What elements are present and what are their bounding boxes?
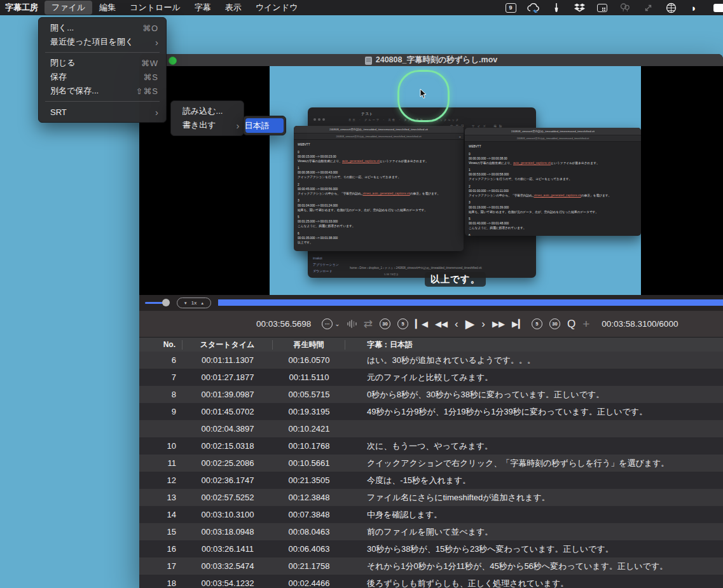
menubar-menus: ファイル編集コントロール字幕表示ウインドウ bbox=[45, 0, 305, 15]
speed-value: 1x bbox=[191, 300, 196, 306]
menu-item-読み込む...[interactable]: 読み込む... bbox=[171, 104, 244, 118]
vtt-cue: 000:00:15.000 --> 00:00:23.00Vimeoの字幕の自動… bbox=[298, 150, 460, 163]
vtt-cue: 100:00:53.000 --> 00:00:58.000クイックアクションを… bbox=[469, 168, 637, 181]
half-circle-icon[interactable]: ◗ bbox=[687, 0, 700, 15]
vtt-cue: 500:01:25.000 --> 00:01:33.000こんなように、綺麗に… bbox=[298, 215, 460, 228]
timeline-progress-bar[interactable] bbox=[218, 299, 723, 306]
calendar-icon[interactable]: 9 bbox=[504, 0, 517, 15]
menubar-status-icons: 9 ◗ bbox=[504, 0, 723, 15]
vtt-left-tab: 240808_vimeovtt空白詰め_timeadded_timeremove… bbox=[336, 135, 421, 138]
table-row[interactable]: 1400:03:10.310000:07.3848中身を確認します。 bbox=[139, 506, 723, 523]
skip-back-30-icon[interactable]: 30 bbox=[380, 318, 390, 329]
menubar-item-表示[interactable]: 表示 bbox=[218, 1, 249, 15]
step-back-icon[interactable]: ‹ bbox=[455, 318, 458, 329]
loop-icon[interactable]: Q bbox=[567, 318, 575, 329]
menu-shortcut: ⌘W bbox=[141, 58, 158, 68]
menubar-item-ファイル[interactable]: ファイル bbox=[45, 1, 92, 15]
vtt-left-cues: 000:00:15.000 --> 00:00:23.00Vimeoの字幕の自動… bbox=[298, 150, 460, 245]
new-tab-icon: + bbox=[458, 135, 461, 139]
table-row[interactable]: 1600:03:26.141100:06.406330秒から38秒が、15秒から… bbox=[139, 540, 723, 557]
creative-cloud-icon[interactable] bbox=[527, 0, 540, 15]
table-row[interactable]: 00:02:04.389700:10.2421 bbox=[139, 420, 723, 437]
go-to-start-icon[interactable]: ▎◀ bbox=[415, 320, 428, 328]
repeat-icon[interactable]: ⇄ bbox=[364, 318, 373, 329]
frame-position: 00:03:58.3100/6000 bbox=[602, 319, 678, 329]
table-row[interactable]: 1800:03:54.123200:02.4466後ろずらしも前ずらしも、正しく… bbox=[139, 575, 723, 588]
srt-submenu: 読み込む...書き出す› bbox=[170, 100, 244, 136]
menu-item-SRT[interactable]: SRT› bbox=[39, 105, 166, 119]
globe-grid-icon[interactable] bbox=[664, 0, 677, 15]
table-row[interactable]: 1300:02:57.525200:12.3848ファイル名にさらにtimesh… bbox=[139, 489, 723, 506]
vtt-cue: 600:01:50.000 --> 00:01:53.000以上です。 bbox=[469, 233, 637, 236]
finder-sidebar: imakotアプリケーションダウンロード bbox=[313, 255, 339, 274]
skip-forward-5-icon[interactable]: 5 bbox=[532, 318, 542, 329]
transport-controls: 00:03:56.5698 ···⌄⇄305▎◀◀◀‹▶›▶▶▶▎530Q+ 0… bbox=[139, 311, 723, 337]
current-time: 00:03:56.5698 bbox=[256, 319, 311, 329]
speed-down-icon[interactable]: ▼ bbox=[184, 301, 188, 305]
brush-icon[interactable] bbox=[550, 0, 563, 15]
menubar-item-字幕[interactable]: 字幕 bbox=[188, 1, 218, 15]
submenu-chevron-icon: › bbox=[237, 121, 240, 130]
window-title-bar[interactable]: 240808_字幕時刻の秒ずらし.mov bbox=[139, 54, 723, 66]
playback-slider-row: ▼ 1x ▲ bbox=[139, 295, 723, 311]
play-icon[interactable]: ▶ bbox=[465, 318, 475, 330]
table-row[interactable]: 600:01:11.130700:16.0570はい。30秒が追加されているよう… bbox=[139, 352, 723, 369]
balloons-icon[interactable] bbox=[619, 0, 631, 15]
recorded-vtt-window-left: 240808_vimeovtt空白詰め_timeadded_timeremove… bbox=[294, 126, 464, 251]
header-duration[interactable]: 再生時間 bbox=[273, 340, 345, 350]
table-row[interactable]: 900:01:45.070200:19.319549秒から1分9秒が、1分19秒… bbox=[139, 403, 723, 420]
menu-item-保存[interactable]: 保存⌘S bbox=[39, 70, 166, 84]
speed-up-icon[interactable]: ▲ bbox=[200, 301, 204, 305]
resize-arrows-icon[interactable] bbox=[642, 0, 654, 15]
table-row[interactable]: 700:01:27.187700:11.5110元のファイルと比較してみます。 bbox=[139, 369, 723, 386]
finder-title: テスト bbox=[361, 111, 373, 117]
menu-item-別名で保存...[interactable]: 別名で保存...⇧⌘S bbox=[39, 84, 166, 98]
vtt-right-tab: 240808_vimeovtt空白詰め_timeadded_timeremove… bbox=[517, 137, 589, 140]
table-row[interactable]: 1700:03:32.547400:21.1758それから1分0秒から1分11秒… bbox=[139, 557, 723, 575]
menu-item-書き出す[interactable]: 書き出す› bbox=[171, 118, 244, 132]
document-icon bbox=[365, 57, 372, 65]
menu-item-開く...[interactable]: 開く...⌘O bbox=[39, 21, 166, 35]
menubar-item-編集[interactable]: 編集 bbox=[92, 1, 123, 15]
window-title: 240808_字幕時刻の秒ずらし.mov bbox=[376, 55, 498, 65]
step-forward-icon[interactable]: › bbox=[481, 318, 485, 329]
volume-slider-thumb[interactable] bbox=[162, 299, 170, 306]
vtt-cue: 100:00:38.000 --> 00:00:43.000クイックアクションを… bbox=[298, 166, 460, 179]
waveform-icon[interactable] bbox=[347, 319, 357, 329]
table-row[interactable]: 1500:03:18.094800:08.0463前のファイルを開いて並べます。 bbox=[139, 523, 723, 540]
menubar-item-ウインドウ[interactable]: ウインドウ bbox=[249, 1, 305, 15]
rewind-icon[interactable]: ◀◀ bbox=[435, 320, 448, 328]
menu-item-閉じる[interactable]: 閉じる⌘W bbox=[39, 56, 166, 70]
go-to-end-icon[interactable]: ▶▎ bbox=[512, 320, 525, 328]
vtt-cue: 300:01:04.000 --> 00:01:24.000結果も、開いて確かめ… bbox=[298, 198, 460, 212]
traffic-light-green[interactable] bbox=[169, 57, 177, 65]
skip-forward-30-icon[interactable]: 30 bbox=[549, 318, 560, 329]
skip-back-5-icon[interactable]: 5 bbox=[397, 318, 408, 329]
more-options-icon[interactable]: ···⌄ bbox=[322, 318, 340, 329]
fast-forward-icon[interactable]: ▶▶ bbox=[492, 320, 505, 328]
menu-shortcut: ⇧⌘S bbox=[135, 86, 158, 96]
dropbox-icon[interactable] bbox=[573, 0, 586, 15]
menubar-item-コントロール[interactable]: コントロール bbox=[123, 1, 188, 15]
menu-item-最近使った項目を開く[interactable]: 最近使った項目を開く› bbox=[39, 35, 166, 49]
vtt-cue: 200:00:45.000 --> 00:00:56.000クイックアクションの… bbox=[298, 182, 460, 196]
menu-shortcut: ⌘O bbox=[142, 24, 158, 33]
table-row[interactable]: 1000:02:15.031800:10.1768次に、もう一つ、やってみます。 bbox=[139, 437, 723, 455]
file-menu: 開く...⌘O最近使った項目を開く›閉じる⌘W保存⌘S別名で保存...⇧⌘SSR… bbox=[38, 17, 167, 123]
menu-item-日本語[interactable]: 日本語 bbox=[245, 118, 284, 133]
add-icon[interactable]: + bbox=[582, 318, 589, 330]
video-frame[interactable]: テスト 表示 ・ グループ ・ 共有 ・ タグを追加 ・ クイックルック 変更日… bbox=[270, 66, 641, 295]
recorded-vtt-window-right: 240808_vimeovtt空白詰め_timeadded_timeremove… bbox=[465, 128, 641, 236]
window-grid-icon[interactable] bbox=[596, 0, 609, 15]
header-no[interactable]: No. bbox=[139, 340, 182, 350]
vtt-left-title: 240808_vimeovtt空白詰め_timeadded_timeremove… bbox=[329, 128, 428, 131]
header-start-time[interactable]: スタートタイム bbox=[182, 340, 273, 350]
table-row[interactable]: 1200:02:36.174700:21.3505今度は、-15秒を入れます。 bbox=[139, 472, 723, 489]
table-row[interactable]: 800:01:39.098700:05.57150秒から8秒が、30秒から38秒… bbox=[139, 386, 723, 403]
app-menu[interactable]: 字幕工房 bbox=[0, 2, 45, 13]
table-row[interactable]: 1100:02:25.208600:10.5661クイックアクションで右クリック… bbox=[139, 455, 723, 472]
display-icon[interactable] bbox=[710, 0, 723, 15]
header-subtitle[interactable]: 字幕：日本語 bbox=[345, 340, 723, 350]
speed-control[interactable]: ▼ 1x ▲ bbox=[177, 297, 211, 308]
menu-separator bbox=[45, 101, 160, 102]
